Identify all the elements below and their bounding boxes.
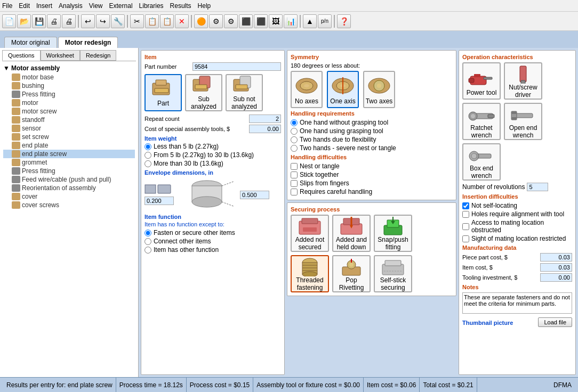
function-radio-3[interactable] xyxy=(144,247,151,254)
tree-item-press-fitting2[interactable]: Press fitting xyxy=(3,167,135,175)
tree-item-cover[interactable]: cover xyxy=(3,192,135,201)
notes-textarea[interactable]: These are separate fasteners and do not … xyxy=(462,292,572,314)
weight-radio-3[interactable] xyxy=(144,160,151,167)
redo-button[interactable]: ↪ xyxy=(96,14,110,28)
tree-item-bushing[interactable]: bushing xyxy=(3,81,135,90)
tree-item-reorientation[interactable]: Reorientation of assembly xyxy=(3,184,135,192)
dim2-input[interactable] xyxy=(240,191,269,199)
menu-external[interactable]: External xyxy=(109,2,133,10)
handling-radio-3[interactable] xyxy=(291,136,298,143)
no-axes-button[interactable]: No axes xyxy=(291,71,323,108)
tree-item-cover-screws[interactable]: cover screws xyxy=(3,201,135,209)
menu-view[interactable]: View xyxy=(89,2,103,10)
handling-option-1[interactable]: One hand without grasping tool xyxy=(291,119,453,126)
revolutions-input[interactable] xyxy=(527,183,548,191)
tab-motor-redesign[interactable]: Motor redesign xyxy=(58,37,118,48)
weight-option-1[interactable]: Less than 5 lb (2.27kg) xyxy=(144,143,281,150)
nut-driver-button[interactable]: Nut/screw driver xyxy=(504,62,542,100)
image-button[interactable]: 🖼 xyxy=(269,14,283,28)
tree-item-motor-base[interactable]: motor base xyxy=(3,73,135,81)
one-axis-button[interactable]: One axis xyxy=(327,71,359,108)
function-radio-1[interactable] xyxy=(144,230,151,236)
menu-analysis[interactable]: Analysis xyxy=(59,2,83,10)
print2-button[interactable]: 🖨 xyxy=(62,14,76,28)
insertion-checkbox-4[interactable] xyxy=(462,235,469,242)
ratchet-wrench-button[interactable]: Ratchet wrench xyxy=(462,103,501,140)
weight-radio-2[interactable] xyxy=(144,152,151,159)
repeat-count-input[interactable] xyxy=(249,115,281,123)
difficulty-2[interactable]: Stick together xyxy=(291,171,453,178)
insertion-check-3[interactable]: Access to mating location obstructed xyxy=(462,219,572,234)
worksheet-tab[interactable]: Worksheet xyxy=(41,50,80,61)
pop-rivetting-button[interactable]: Pop Rivetting xyxy=(332,255,371,292)
mfg-input-3[interactable] xyxy=(540,273,572,282)
function-option-1[interactable]: Fasten or secure other items xyxy=(144,229,281,236)
tree-item-motor[interactable]: motor xyxy=(3,99,135,107)
menu-edit[interactable]: Edit xyxy=(19,2,30,10)
shape1-button[interactable]: 🟠 xyxy=(194,14,208,28)
save-button[interactable]: 💾 xyxy=(32,14,46,28)
insertion-check-1[interactable]: Not self-locating xyxy=(462,202,572,209)
shape5-button[interactable]: ⬛ xyxy=(254,14,268,28)
tab-motor-original[interactable]: Motor original xyxy=(4,37,57,48)
paste-button[interactable]: 📋 xyxy=(145,14,159,28)
shape4-button[interactable]: ⬛ xyxy=(239,14,253,28)
tree-item-standoff[interactable]: standoff xyxy=(3,116,135,124)
paste2-button[interactable]: 📋 xyxy=(160,14,174,28)
two-axes-button[interactable]: Two axes xyxy=(363,71,395,108)
menu-libraries[interactable]: Libraries xyxy=(139,2,164,10)
added-held-down-button[interactable]: Added and held down xyxy=(332,215,371,252)
difficulty-check-4[interactable] xyxy=(291,189,298,195)
function-option-3[interactable]: Item has other function xyxy=(144,246,281,254)
up-button[interactable]: ▲ xyxy=(303,14,317,28)
insertion-checkbox-2[interactable] xyxy=(462,211,469,218)
function-option-2[interactable]: Connect other items xyxy=(144,238,281,245)
part-number-input[interactable] xyxy=(192,62,281,71)
open-end-wrench-button[interactable]: Open end wrench xyxy=(504,103,542,140)
insertion-checkbox-3[interactable] xyxy=(462,223,469,230)
handling-radio-2[interactable] xyxy=(291,128,298,135)
shape2-button[interactable]: ⚙ xyxy=(209,14,223,28)
difficulty-check-3[interactable] xyxy=(291,180,298,187)
cut-button[interactable]: ✂ xyxy=(130,14,144,28)
handling-radio-4[interactable] xyxy=(291,145,298,152)
threaded-fastening-button[interactable]: Threaded fastening xyxy=(291,255,329,292)
added-not-secured-button[interactable]: Added not secured xyxy=(291,215,329,252)
tree-item-grommet[interactable]: grommet xyxy=(3,158,135,167)
redesign-tab[interactable]: Redesign xyxy=(80,50,116,61)
handling-option-4[interactable]: Two hands - severe nest or tangle xyxy=(291,144,453,152)
box-end-wrench-button[interactable]: Box end wrench xyxy=(462,143,501,181)
new-button[interactable]: 📄 xyxy=(2,14,16,28)
handling-option-2[interactable]: One hand using grasping tool xyxy=(291,127,453,135)
menu-file[interactable]: File xyxy=(2,2,12,10)
handling-option-3[interactable]: Two hands due to flexibility xyxy=(291,136,453,143)
menu-help[interactable]: Help xyxy=(198,2,211,10)
self-stick-button[interactable]: Self-stick securing xyxy=(374,255,412,292)
snap-push-button[interactable]: Snap/push fitting xyxy=(374,215,412,252)
tree-item-end-plate-screw[interactable]: end plate screw xyxy=(3,150,135,158)
handling-radio-1[interactable] xyxy=(291,119,298,126)
cost-input[interactable] xyxy=(249,125,281,133)
mfg-input-2[interactable] xyxy=(540,263,572,272)
sub-not-analyzed-button[interactable]: Sub not analyzed xyxy=(226,74,263,111)
tree-item-sensor[interactable]: sensor xyxy=(3,124,135,133)
undo-button[interactable]: ↩ xyxy=(81,14,95,28)
weight-option-3[interactable]: More than 30 lb (13.6kg) xyxy=(144,160,281,167)
tree-root[interactable]: ▼ Motor assembly xyxy=(3,64,135,72)
function-radio-2[interactable] xyxy=(144,238,151,245)
tree-item-press-fitting[interactable]: Press fitting xyxy=(3,90,135,99)
help-button[interactable]: ❓ xyxy=(337,14,351,28)
dim1-input[interactable] xyxy=(144,197,174,205)
chart-button[interactable]: 📊 xyxy=(284,14,298,28)
menu-results[interactable]: Results xyxy=(170,2,191,10)
print-button[interactable]: 🖨 xyxy=(47,14,61,28)
weight-option-2[interactable]: From 5 lb (2.27kg) to 30 lb (13.6kg) xyxy=(144,151,281,159)
difficulty-3[interactable]: Slips from fingers xyxy=(291,179,453,187)
part-button[interactable]: Part xyxy=(144,74,182,111)
sub-analyzed-button[interactable]: Sub analyzed xyxy=(185,74,222,111)
pin-button[interactable]: p/n xyxy=(318,14,332,28)
difficulty-check-1[interactable] xyxy=(291,163,298,170)
power-tool-button[interactable]: Power tool xyxy=(462,62,501,100)
menu-insert[interactable]: Insert xyxy=(36,2,52,10)
insertion-check-4[interactable]: Sight of mating location restricted xyxy=(462,235,572,242)
